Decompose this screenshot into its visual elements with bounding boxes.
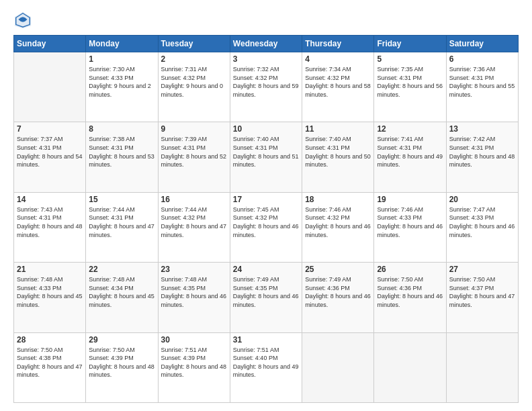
day-number: 11 [305, 124, 371, 134]
day-info: Sunrise: 7:40 AMSunset: 4:31 PMDaylight:… [305, 135, 371, 169]
day-number: 6 [449, 54, 515, 64]
day-info: Sunrise: 7:47 AMSunset: 4:33 PMDaylight:… [449, 205, 515, 239]
day-info: Sunrise: 7:40 AMSunset: 4:31 PMDaylight:… [233, 135, 299, 169]
day-info: Sunrise: 7:43 AMSunset: 4:31 PMDaylight:… [17, 205, 83, 239]
logo [13, 11, 35, 30]
calendar-cell: 28Sunrise: 7:50 AMSunset: 4:38 PMDayligh… [14, 332, 86, 402]
calendar-cell: 12Sunrise: 7:41 AMSunset: 4:31 PMDayligh… [374, 122, 446, 192]
calendar-cell: 23Sunrise: 7:48 AMSunset: 4:35 PMDayligh… [158, 263, 230, 332]
calendar-cell: 20Sunrise: 7:47 AMSunset: 4:33 PMDayligh… [446, 192, 518, 262]
day-number: 19 [377, 195, 443, 204]
day-number: 5 [377, 54, 443, 64]
day-info: Sunrise: 7:50 AMSunset: 4:38 PMDaylight:… [17, 346, 83, 379]
calendar-cell: 24Sunrise: 7:49 AMSunset: 4:35 PMDayligh… [230, 263, 302, 332]
day-number: 7 [17, 124, 83, 134]
day-info: Sunrise: 7:30 AMSunset: 4:33 PMDaylight:… [89, 65, 154, 99]
day-number: 24 [233, 265, 299, 274]
calendar-week-row: 1Sunrise: 7:30 AMSunset: 4:33 PMDaylight… [14, 52, 519, 122]
day-number: 14 [17, 195, 83, 204]
day-number: 12 [377, 124, 443, 134]
day-number: 21 [17, 265, 83, 274]
calendar-cell [14, 52, 86, 122]
day-info: Sunrise: 7:39 AMSunset: 4:31 PMDaylight:… [161, 135, 227, 169]
calendar-table: SundayMondayTuesdayWednesdayThursdayFrid… [13, 35, 519, 403]
calendar-cell: 5Sunrise: 7:35 AMSunset: 4:31 PMDaylight… [374, 52, 446, 122]
calendar-cell: 8Sunrise: 7:38 AMSunset: 4:31 PMDaylight… [86, 122, 158, 192]
calendar-cell: 14Sunrise: 7:43 AMSunset: 4:31 PMDayligh… [14, 192, 86, 262]
day-info: Sunrise: 7:41 AMSunset: 4:31 PMDaylight:… [377, 135, 443, 169]
day-info: Sunrise: 7:32 AMSunset: 4:32 PMDaylight:… [233, 65, 299, 99]
day-number: 23 [161, 265, 227, 274]
day-number: 17 [233, 195, 299, 204]
calendar-cell: 19Sunrise: 7:46 AMSunset: 4:33 PMDayligh… [374, 192, 446, 262]
day-info: Sunrise: 7:42 AMSunset: 4:31 PMDaylight:… [449, 135, 515, 169]
day-info: Sunrise: 7:51 AMSunset: 4:39 PMDaylight:… [161, 346, 227, 379]
day-info: Sunrise: 7:50 AMSunset: 4:36 PMDaylight:… [377, 275, 443, 309]
calendar-cell: 29Sunrise: 7:50 AMSunset: 4:39 PMDayligh… [86, 332, 158, 402]
day-number: 8 [89, 124, 154, 134]
day-number: 16 [161, 195, 227, 204]
calendar-cell [302, 332, 374, 402]
calendar-cell: 22Sunrise: 7:48 AMSunset: 4:34 PMDayligh… [86, 263, 158, 332]
calendar-cell: 16Sunrise: 7:44 AMSunset: 4:32 PMDayligh… [158, 192, 230, 262]
calendar-cell: 1Sunrise: 7:30 AMSunset: 4:33 PMDaylight… [86, 52, 158, 122]
logo-icon [13, 11, 32, 30]
weekday-header-tuesday: Tuesday [158, 36, 230, 52]
day-info: Sunrise: 7:48 AMSunset: 4:35 PMDaylight:… [161, 275, 227, 309]
day-info: Sunrise: 7:51 AMSunset: 4:40 PMDaylight:… [233, 346, 299, 379]
calendar-cell: 4Sunrise: 7:34 AMSunset: 4:32 PMDaylight… [302, 52, 374, 122]
weekday-header-wednesday: Wednesday [230, 36, 302, 52]
calendar-week-row: 7Sunrise: 7:37 AMSunset: 4:31 PMDaylight… [14, 122, 519, 192]
day-info: Sunrise: 7:46 AMSunset: 4:32 PMDaylight:… [305, 205, 371, 239]
day-info: Sunrise: 7:37 AMSunset: 4:31 PMDaylight:… [17, 135, 83, 169]
calendar-cell: 3Sunrise: 7:32 AMSunset: 4:32 PMDaylight… [230, 52, 302, 122]
calendar-cell: 30Sunrise: 7:51 AMSunset: 4:39 PMDayligh… [158, 332, 230, 402]
calendar-cell: 27Sunrise: 7:50 AMSunset: 4:37 PMDayligh… [446, 263, 518, 332]
calendar-cell: 13Sunrise: 7:42 AMSunset: 4:31 PMDayligh… [446, 122, 518, 192]
calendar-cell: 31Sunrise: 7:51 AMSunset: 4:40 PMDayligh… [230, 332, 302, 402]
weekday-header-thursday: Thursday [302, 36, 374, 52]
day-number: 4 [305, 54, 371, 64]
calendar-cell [446, 332, 518, 402]
day-info: Sunrise: 7:44 AMSunset: 4:31 PMDaylight:… [89, 205, 154, 239]
day-number: 13 [449, 124, 515, 134]
day-info: Sunrise: 7:48 AMSunset: 4:33 PMDaylight:… [17, 275, 83, 309]
day-info: Sunrise: 7:49 AMSunset: 4:35 PMDaylight:… [233, 275, 299, 309]
calendar-cell: 9Sunrise: 7:39 AMSunset: 4:31 PMDaylight… [158, 122, 230, 192]
day-info: Sunrise: 7:44 AMSunset: 4:32 PMDaylight:… [161, 205, 227, 239]
day-info: Sunrise: 7:34 AMSunset: 4:32 PMDaylight:… [305, 65, 371, 99]
day-number: 18 [305, 195, 371, 204]
calendar-week-row: 21Sunrise: 7:48 AMSunset: 4:33 PMDayligh… [14, 263, 519, 332]
day-info: Sunrise: 7:46 AMSunset: 4:33 PMDaylight:… [377, 205, 443, 239]
day-number: 25 [305, 265, 371, 274]
calendar-cell: 2Sunrise: 7:31 AMSunset: 4:32 PMDaylight… [158, 52, 230, 122]
header [13, 11, 519, 30]
day-number: 1 [89, 54, 154, 64]
day-info: Sunrise: 7:50 AMSunset: 4:39 PMDaylight:… [89, 346, 154, 379]
calendar-cell: 11Sunrise: 7:40 AMSunset: 4:31 PMDayligh… [302, 122, 374, 192]
calendar-cell: 21Sunrise: 7:48 AMSunset: 4:33 PMDayligh… [14, 263, 86, 332]
calendar-cell: 10Sunrise: 7:40 AMSunset: 4:31 PMDayligh… [230, 122, 302, 192]
day-number: 27 [449, 265, 515, 274]
day-info: Sunrise: 7:36 AMSunset: 4:31 PMDaylight:… [449, 65, 515, 99]
calendar-cell [374, 332, 446, 402]
weekday-header-monday: Monday [86, 36, 158, 52]
day-number: 20 [449, 195, 515, 204]
day-number: 15 [89, 195, 154, 204]
day-info: Sunrise: 7:45 AMSunset: 4:32 PMDaylight:… [233, 205, 299, 239]
day-number: 10 [233, 124, 299, 134]
weekday-header-friday: Friday [374, 36, 446, 52]
day-info: Sunrise: 7:49 AMSunset: 4:36 PMDaylight:… [305, 275, 371, 309]
page: SundayMondayTuesdayWednesdayThursdayFrid… [0, 0, 532, 411]
day-number: 30 [161, 335, 227, 345]
day-info: Sunrise: 7:35 AMSunset: 4:31 PMDaylight:… [377, 65, 443, 99]
calendar-cell: 15Sunrise: 7:44 AMSunset: 4:31 PMDayligh… [86, 192, 158, 262]
day-number: 9 [161, 124, 227, 134]
day-number: 3 [233, 54, 299, 64]
calendar-cell: 25Sunrise: 7:49 AMSunset: 4:36 PMDayligh… [302, 263, 374, 332]
day-number: 29 [89, 335, 154, 345]
day-info: Sunrise: 7:31 AMSunset: 4:32 PMDaylight:… [161, 65, 227, 99]
weekday-header-sunday: Sunday [14, 36, 86, 52]
day-info: Sunrise: 7:48 AMSunset: 4:34 PMDaylight:… [89, 275, 154, 309]
calendar-cell: 17Sunrise: 7:45 AMSunset: 4:32 PMDayligh… [230, 192, 302, 262]
